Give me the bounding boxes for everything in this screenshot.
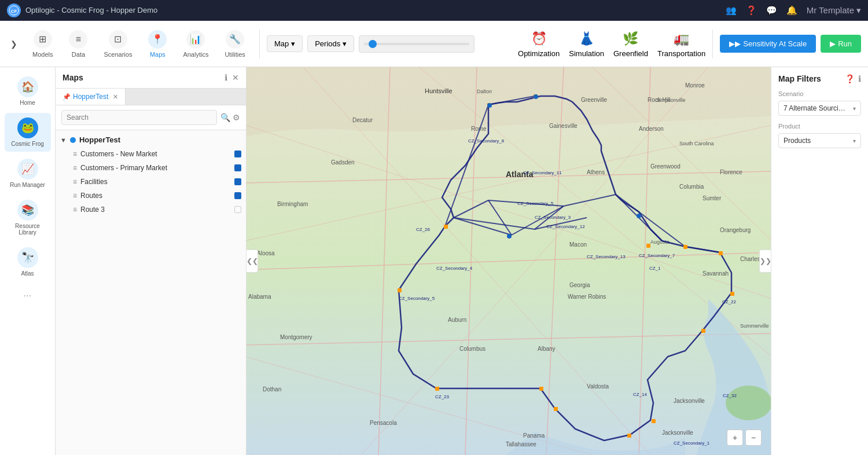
tree-item-route3-label: Route 3 [80,206,231,214]
tree-item-stack-icon-4: ≡ [73,192,77,200]
tree-item-routes[interactable]: ≡ Routes [56,189,246,203]
svg-point-17 [726,386,771,420]
tab-label: HopperTest [73,93,108,101]
collapse-right-panel-button[interactable]: ❯❯ [759,249,771,273]
bell-icon[interactable]: 🔔 [786,5,797,16]
user-menu-button[interactable]: Mr Template ▾ [807,5,861,16]
topbar: CF Optilogic - Cosmic Frog - Hopper Demo… [0,0,868,21]
tree-item-route3[interactable]: ≡ Route 3 [56,203,246,217]
svg-text:Georgia: Georgia [569,282,590,288]
run-btn-label: Run [838,39,852,48]
product-filter-select[interactable]: Products ▾ [778,133,861,148]
svg-point-90 [637,214,641,218]
search-icon-button[interactable]: 🔍 [220,113,230,122]
svg-text:Greenwood: Greenwood [650,163,681,170]
tree-item-color-4 [234,192,241,199]
search-input[interactable] [61,110,217,125]
sidenav-item-atlas[interactable]: 🔭 Atlas [5,243,51,281]
optimization-icon: ⏰ [529,30,548,48]
greenfield-label: Greenfield [613,49,648,58]
nav-maps-button[interactable]: 📍 Maps [141,27,174,61]
tree-root[interactable]: ▼ HopperTest [56,133,246,147]
run-button[interactable]: ▶ Run [821,35,861,53]
tab-pin-icon: 📌 [62,93,71,101]
hoppertest-tab[interactable]: 📌 HopperTest ✕ [56,89,126,105]
nav-models-button[interactable]: ⊞ Models [25,27,60,61]
svg-text:CZ_Secondary_3: CZ_Secondary_3 [535,215,571,220]
svg-text:Athens: Athens [587,169,605,175]
search-settings-icon-button[interactable]: ⚙ [233,113,240,122]
utilities-label: Utilities [225,51,245,58]
optimization-icon-item[interactable]: ⏰ Optimization [518,30,560,58]
simulation-icon: 👗 [578,30,596,48]
svg-text:Jacksonville: Jacksonville [662,430,693,436]
simulation-icon-item[interactable]: 👗 Simulation [569,30,604,58]
collapse-left-panel-button[interactable]: ❮❮ [247,249,258,273]
help-icon[interactable]: ❓ [746,5,757,16]
filters-panel: Map Filters ❓ ℹ Scenario 7 Alternate Sou… [771,67,868,455]
maps-panel-close-icon[interactable]: ✕ [232,73,239,82]
transportation-icon-item[interactable]: 🚛 Transportation [657,30,705,58]
models-icon: ⊞ [34,30,52,49]
map-zoom-in-button[interactable]: + [727,430,743,446]
tree-item-facilities[interactable]: ≡ Facilities [56,175,246,189]
sidenav-item-cosmic-frog[interactable]: 🐸 Cosmic Frog [5,113,51,152]
svg-text:Gadsden: Gadsden [331,159,355,166]
map-type-button[interactable]: Map ▾ [267,35,303,52]
nav-utilities-button[interactable]: 🔧 Utilities [218,27,252,61]
sensitivity-at-scale-button[interactable]: ▶▶ Sensitivity At Scale [720,35,816,53]
tree-item-customers-new[interactable]: ≡ Customers - New Market [56,147,246,161]
tree-item-stack-icon-1: ≡ [73,150,77,158]
svg-point-87 [487,103,492,108]
chat-icon[interactable]: 💬 [766,5,777,16]
tree-item-facilities-label: Facilities [80,178,231,186]
map-zoom-out-button[interactable]: − [745,430,762,446]
tab-close-icon[interactable]: ✕ [113,93,118,101]
nav-scenarios-button[interactable]: ⊡ Scenarios [97,27,139,61]
sidenav-more[interactable]: ... [24,288,31,299]
svg-text:Decatur: Decatur [352,117,373,123]
sidenav-item-resource-library[interactable]: 📚 Resource Library [5,195,51,240]
sidenav-item-home[interactable]: 🏠 Home [5,72,51,111]
svg-text:Jacksonville: Jacksonville [674,398,705,404]
filters-panel-header: Map Filters ❓ ℹ [778,74,861,83]
filters-info-icon[interactable]: ℹ [858,74,861,83]
users-icon[interactable]: 👥 [726,5,737,16]
svg-text:Aloosa: Aloosa [257,250,275,256]
svg-text:CZ_22: CZ_22 [722,299,737,304]
tree-item-checkbox-5[interactable] [234,206,241,213]
periods-button[interactable]: Periods ▾ [307,35,354,52]
data-icon: ≡ [69,30,87,49]
maps-tab-bar: 📌 HopperTest ✕ [56,89,246,105]
maps-panel-info-icon[interactable]: ℹ [225,73,227,82]
scenario-filter-arrow: ▾ [853,105,856,112]
toolbar-collapse-button[interactable]: ❯ [7,37,21,51]
search-icons: 🔍 ⚙ [220,113,240,122]
map-area[interactable]: Huntsville Decatur Gadsden Birmingham Al… [247,67,771,455]
svg-rect-84 [554,407,558,411]
svg-rect-76 [398,288,402,292]
svg-text:CZ_Secondary_8: CZ_Secondary_8 [468,138,505,144]
slider-thumb[interactable] [369,40,377,48]
sensitivity-btn-label: Sensitivity At Scale [743,39,807,48]
scenario-filter-label: Scenario [778,90,861,97]
svg-text:South Carolina: South Carolina [679,141,714,146]
nav-data-button[interactable]: ≡ Data [62,27,94,61]
svg-text:Orangeburg: Orangeburg [720,227,751,233]
filters-panel-title: Map Filters [778,74,821,83]
svg-text:CZ_32: CZ_32 [723,393,737,398]
slider-track [364,43,469,45]
svg-rect-77 [435,387,439,391]
filters-help-icon[interactable]: ❓ [845,74,855,83]
svg-text:Huntsville: Huntsville [425,87,453,94]
scenario-filter-select[interactable]: 7 Alternate Sourcing - Co... ▾ [778,101,861,116]
map-svg: Huntsville Decatur Gadsden Birmingham Al… [247,67,771,455]
sidenav-home-label: Home [20,100,35,106]
map-zoom-controls: + − [727,430,762,446]
data-label: Data [72,51,85,58]
svg-text:Monroe: Monroe [685,82,705,89]
sidenav-item-run-manager[interactable]: 📈 Run Manager [5,154,51,193]
greenfield-icon-item[interactable]: 🌿 Greenfield [613,30,648,58]
tree-item-customers-primary[interactable]: ≡ Customers - Primary Market [56,161,246,175]
nav-analytics-button[interactable]: 📊 Analytics [176,27,215,61]
